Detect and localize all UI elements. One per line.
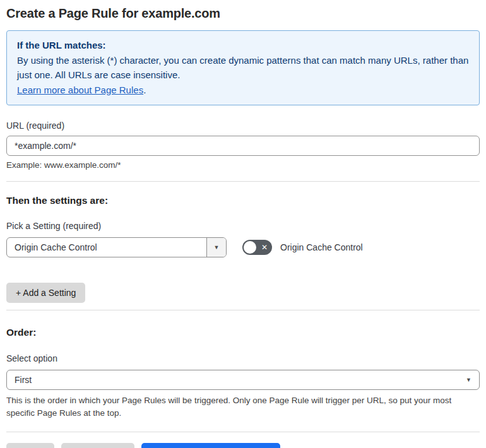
add-setting-button[interactable]: + Add a Setting <box>6 283 85 303</box>
setting-dropdown-value: Origin Cache Control <box>7 238 206 257</box>
toggle-knob <box>244 241 256 254</box>
url-field-label: URL (required) <box>6 121 480 131</box>
pick-setting-label: Pick a Setting (required) <box>6 221 480 231</box>
cancel-button[interactable]: Cancel <box>6 443 54 448</box>
url-example-helper: Example: www.example.com/* <box>6 160 480 170</box>
chevron-down-icon: ▼ <box>466 377 471 383</box>
setting-row: Origin Cache Control ▼ ✕ Origin Cache Co… <box>6 237 480 257</box>
footer-divider <box>6 432 480 432</box>
link-period: . <box>143 85 146 95</box>
order-select-value: First <box>15 375 32 385</box>
save-as-draft-button[interactable]: Save as Draft <box>61 443 135 448</box>
order-select[interactable]: First ▼ <box>6 370 480 390</box>
url-input[interactable] <box>6 136 480 156</box>
toggle-off-x-icon: ✕ <box>261 244 268 251</box>
info-box-heading: If the URL matches: <box>17 38 469 53</box>
origin-cache-control-toggle[interactable]: ✕ <box>242 240 272 255</box>
url-match-info-box: If the URL matches: By using the asteris… <box>6 30 480 105</box>
learn-more-link[interactable]: Learn more about Page Rules <box>17 85 143 95</box>
info-box-body-text: By using the asterisk (*) character, you… <box>17 55 468 81</box>
page-title: Create a Page Rule for example.com <box>6 6 480 21</box>
settings-section-heading: Then the settings are: <box>6 195 480 206</box>
section-divider <box>6 310 480 310</box>
section-divider <box>6 181 480 182</box>
save-and-deploy-button[interactable]: Save and Deploy Page Rule <box>141 443 280 448</box>
chevron-down-icon: ▼ <box>214 245 220 251</box>
setting-dropdown[interactable]: Origin Cache Control ▼ <box>6 237 227 257</box>
setting-dropdown-caret-box[interactable]: ▼ <box>206 238 226 257</box>
order-section-heading: Order: <box>6 327 480 338</box>
order-select-label: Select option <box>6 353 480 363</box>
toggle-label: Origin Cache Control <box>280 242 363 252</box>
create-page-rule-form: Create a Page Rule for example.com If th… <box>0 0 486 448</box>
footer-actions: Cancel Save as Draft Save and Deploy Pag… <box>6 443 480 448</box>
info-box-body: By using the asterisk (*) character, you… <box>17 53 469 98</box>
order-helper-text: This is the order in which your Page Rul… <box>6 394 480 419</box>
